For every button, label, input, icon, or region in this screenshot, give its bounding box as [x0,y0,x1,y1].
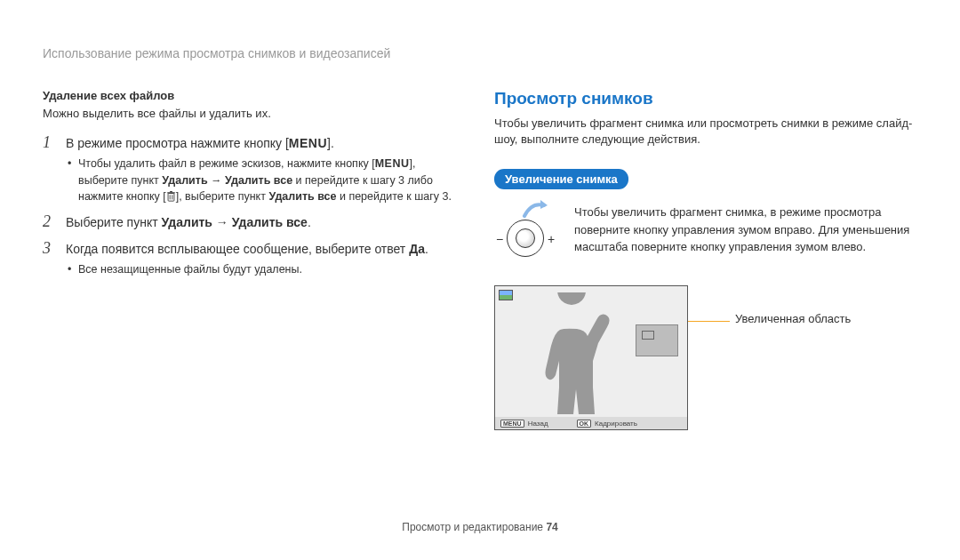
zoom-instruction: Чтобы увеличить фрагмент снимка, в режим… [574,204,917,256]
ok-button-label: OK [577,420,592,428]
right-column: Просмотр снимков Чтобы увеличить фрагмен… [494,89,917,430]
back-label: Назад [528,420,548,428]
step-number: 3 [43,240,57,277]
step-3: 3 Когда появится всплывающее сообщение, … [43,240,452,277]
step-number: 1 [43,134,57,204]
pill-enlarge: Увеличение снимка [494,169,628,189]
left-column: Удаление всех файлов Можно выделить все … [43,89,452,430]
step-1: 1 В режиме просмотра нажмите кнопку [MEN… [43,134,452,204]
intro-view: Чтобы увеличить фрагмент снимка или прос… [494,116,917,148]
plus-icon: + [548,232,555,246]
callout-line [687,321,730,322]
screen-illustration-row: MENU Назад OK Кадрировать Увеличенная об… [494,285,917,430]
step-number: 2 [43,213,57,231]
intro-delete-all: Можно выделить все файлы и удалить их. [43,106,452,122]
section-title-view: Просмотр снимков [494,89,917,108]
screen-bottombar: MENU Назад OK Кадрировать [495,417,687,429]
menu-label: MENU [375,157,410,170]
svg-rect-1 [167,192,175,193]
step-2: 2 Выберите пункт Удалить → Удалить все. [43,213,452,231]
menu-label: MENU [289,136,327,150]
step1-text: В режиме просмотра нажмите кнопку [ [66,136,289,150]
crop-label: Кадрировать [595,420,637,428]
svg-rect-2 [170,191,172,192]
person-silhouette [511,292,636,417]
page-number: 74 [546,521,557,533]
minus-icon: − [496,232,503,246]
step3-bullet: Все незащищенные файлы будут удалены. [66,261,452,277]
page-footer: Просмотр и редактирование 74 [0,521,960,533]
enlarged-region-box [636,324,678,356]
camera-screen: MENU Назад OK Кадрировать [494,285,688,430]
subheading-delete-all: Удаление всех файлов [43,89,452,102]
zoom-block: − + Чтобы увеличить фрагмент снимка, в р… [494,204,917,260]
trash-icon [166,191,176,202]
callout-enlarged-area: Увеличенная область [735,312,851,325]
svg-marker-5 [540,200,548,209]
menu-button-label: MENU [500,420,524,428]
zoom-dial-icon: − + [494,204,560,260]
svg-rect-0 [168,193,174,201]
arrow-curve-icon [521,200,548,220]
step1-bullet: Чтобы удалить файл в режиме эскизов, наж… [66,156,452,204]
breadcrumb: Использование режима просмотра снимков и… [43,46,917,60]
